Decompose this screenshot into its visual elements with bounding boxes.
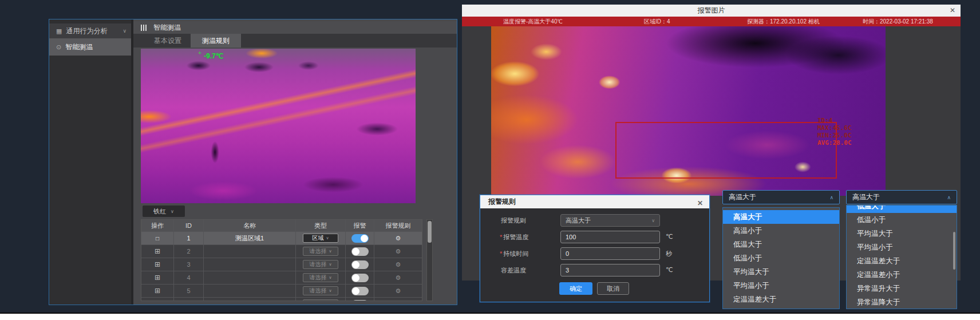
alarm-time-text: 时间：2022-03-02 17:21:38 (863, 18, 933, 25)
dropdown-option[interactable]: 平均温大于 (847, 227, 957, 240)
field-unit: ℃ (666, 233, 673, 240)
gear-icon: ⚙ (396, 287, 401, 295)
alarm-toggle[interactable] (351, 274, 369, 282)
chevron-down-icon: ∨ (651, 218, 655, 223)
dropdown-option-partial[interactable]: 低温大于 (847, 206, 957, 213)
required-mark: * (500, 250, 502, 257)
dialog-title: 报警规则 (488, 197, 516, 206)
tab-thermometry-rules[interactable]: 测温规则 (191, 34, 241, 48)
alarm-toggle[interactable] (351, 300, 369, 302)
field-alarm-temp: *报警温度 100 ℃ (480, 231, 709, 243)
add-region-icon[interactable]: ⊞ (155, 300, 160, 301)
dropdown-option[interactable]: 定温温差小于 (847, 268, 957, 282)
add-region-icon[interactable]: ⊞ (155, 287, 160, 295)
rule-select[interactable]: 高温大于∨ (560, 214, 660, 227)
rule-dropdown-left-select[interactable]: 高温大于 ∧ (722, 190, 840, 204)
chevron-down-icon: ∨ (329, 275, 331, 280)
dropdown-option[interactable]: 异常温降大于 (847, 295, 957, 309)
sidebar-item-smart-thermometry[interactable]: ⊙ 智能测温 (49, 38, 131, 56)
alarm-temp-input[interactable]: 100 (560, 231, 660, 243)
duration-input[interactable]: 0 (560, 247, 660, 260)
chevron-down-icon: ∨ (329, 249, 331, 254)
dropdown-option[interactable]: 平均温小于 (723, 279, 839, 293)
col-header-alarm-rule: 报警规则 (374, 220, 422, 231)
add-region-icon[interactable]: ⊞ (155, 247, 160, 255)
dropdown-option[interactable]: 定温温差大于 (847, 254, 957, 268)
row-name (204, 245, 296, 258)
sidebar-item-behavior-analysis[interactable]: ▦ 通用行为分析 ∨ (49, 23, 131, 38)
overlay-min: MIN:25.0C (817, 132, 852, 139)
row-id: 1 (174, 232, 204, 244)
dropdown-option[interactable]: 低温大于 (723, 238, 839, 251)
panel-title: 智能测温 (153, 23, 181, 33)
close-icon[interactable]: ✕ (950, 6, 955, 15)
add-region-icon[interactable]: ⊞ (155, 260, 160, 268)
dropdown-option[interactable]: 定温温差大于 (723, 293, 839, 306)
type-select[interactable]: 区域∨ (303, 234, 338, 243)
close-icon[interactable]: ✕ (697, 197, 703, 210)
row-name[interactable]: 测温区域1 (204, 232, 296, 244)
row-id: 4 (174, 271, 204, 284)
dropdown-option[interactable]: 低温小于 (847, 213, 957, 227)
dropdown-option[interactable]: 平均温小于 (847, 240, 957, 254)
sidebar-item-label: 通用行为分析 (66, 26, 107, 36)
alarm-toggle[interactable] (351, 247, 369, 256)
alarm-toggle[interactable] (351, 234, 369, 243)
thermal-preview-image[interactable]: + -9.7℃ (141, 49, 416, 203)
chevron-up-icon: ∧ (947, 195, 951, 200)
field-label: 持续时间 (503, 250, 528, 257)
type-select: 请选择∨ (303, 299, 338, 301)
palette-select[interactable]: 铁红 ∨ (143, 206, 185, 217)
row-id: 5 (174, 285, 204, 297)
ok-button[interactable]: 确定 (559, 282, 592, 295)
alarm-alert-bar: 温度报警-高温大于40℃ 区域ID：4 探测器：172.20.20.102 相机… (462, 17, 961, 26)
alarm-region-text: 区域ID：4 (644, 18, 670, 25)
gear-icon[interactable]: ⚙ (396, 235, 401, 242)
dropdown-option-partial[interactable]: 定温温差小于 (723, 306, 839, 309)
chevron-down-icon: ∨ (329, 289, 331, 293)
alarm-toggle[interactable] (351, 260, 369, 269)
window-title: 报警图片 (698, 6, 725, 14)
dropdown-option[interactable]: 异常温升大于 (847, 282, 957, 295)
field-rule: 报警规则 高温大于∨ (480, 214, 709, 227)
type-select: 请选择∨ (303, 260, 338, 269)
row-name (204, 285, 296, 297)
tab-basic-settings[interactable]: 基本设置 (146, 34, 189, 48)
overlay-max: MAX:45.6C (817, 124, 852, 132)
palette-value: 铁红 (153, 207, 166, 216)
dropdown-option[interactable]: 高温大于 (723, 210, 839, 224)
rule-dropdown-right-select[interactable]: 高温大于 ∧ (846, 190, 957, 204)
dropdown-option[interactable]: 平均温大于 (723, 265, 839, 279)
chevron-down-icon: ∨ (326, 236, 329, 240)
tolerance-input[interactable]: 3 (560, 264, 660, 276)
overlay-avg: AVG:28.0C (817, 139, 852, 147)
chevron-up-icon: ∧ (829, 195, 833, 200)
table-row: ⊞ 3 请选择∨ ⚙ (141, 258, 422, 271)
stop-draw-icon[interactable]: □ (156, 235, 159, 242)
gear-icon: ⚙ (396, 261, 401, 268)
table-row: □ 1 测温区域1 区域∨ ⚙ (141, 231, 422, 244)
dropdown-option[interactable]: 高温小于 (723, 224, 839, 238)
add-region-icon[interactable]: ⊞ (155, 274, 160, 282)
table-scrollbar[interactable] (426, 219, 433, 301)
alarm-rule-dialog: 报警规则 ✕ 报警规则 高温大于∨ *报警温度 100 ℃ *持续时间 0 秒 … (480, 195, 710, 302)
chevron-down-icon: ∨ (329, 262, 331, 267)
dropdown-scrollbar[interactable] (953, 232, 955, 270)
overlay-id: ID:4 (817, 117, 852, 124)
cancel-button[interactable]: 取消 (597, 282, 629, 295)
alarm-type-text: 温度报警-高温大于40℃ (503, 18, 563, 25)
regions-table: 操作 ID 名称 类型 报警 报警规则 □ 1 测温区域1 区域∨ ⚙ (141, 219, 422, 301)
alarm-toggle[interactable] (351, 287, 369, 295)
gear-icon: ⚙ (396, 248, 401, 255)
alarm-image-titlebar: 报警图片 ✕ (462, 5, 961, 17)
row-name (204, 271, 296, 284)
thermometer-icon: ⊙ (56, 44, 61, 51)
tab-content: + -9.7℃ 铁红 ∨ 操作 ID 名称 类型 报警 报警规则 (133, 48, 457, 305)
selected-value: 高温大于 (729, 192, 756, 202)
dropdown-option[interactable]: 低温小于 (723, 251, 839, 265)
table-row-partial: ⊞ 6 请选择∨ ⚙ (141, 297, 422, 301)
drag-handle-icon[interactable] (141, 25, 147, 31)
alarm-detector-text: 探测器：172.20.20.102 相机 (747, 18, 820, 25)
field-unit: ℃ (666, 266, 673, 274)
selected-value: 高温大于 (852, 192, 880, 202)
